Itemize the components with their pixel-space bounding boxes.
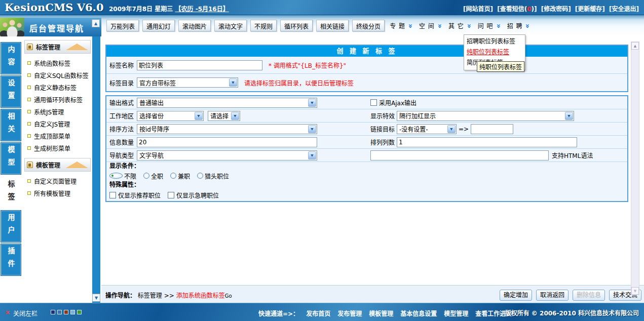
operation-bar: 操作导航： 标签管理 >> 添加系统函数标签Go 确定增加 取消返回 删除信息 … — [101, 285, 644, 303]
sidebar-item-custom-static-tags[interactable]: 自定义静态标签 — [24, 81, 91, 93]
form-row: 标签名称 * 调用格式"{LB_标签名称}" — [106, 57, 627, 74]
tab-space[interactable]: 空 间 — [418, 20, 443, 31]
nav-type-select[interactable]: 文字导航 — [137, 150, 317, 160]
tab-scroll-image[interactable]: 滚动图片 — [178, 20, 211, 31]
view-sms-link[interactable]: [查看短信(0)] — [497, 6, 537, 13]
vtab-related[interactable]: 相关 — [1, 109, 21, 141]
sidebar-item-custom-js-management[interactable]: 自定义JS管理 — [24, 117, 91, 130]
tab-scroll-text[interactable]: 滚动文字 — [214, 20, 247, 31]
cancel-return-button[interactable]: 取消返回 — [536, 290, 569, 301]
theme-square-rust[interactable] — [64, 310, 68, 314]
radio-option-fulltime[interactable]: 全职 — [143, 172, 163, 180]
sort-method-select[interactable]: 按id号降序 — [137, 124, 317, 134]
sidebar-splitter-strip[interactable] — [92, 36, 100, 303]
sidebar-vertical-tabs: 内容 设置 相关 模型 标签 用户 插件 — [0, 36, 22, 303]
theme-square-green[interactable] — [77, 310, 82, 314]
sidebar-scroll-down-button[interactable] — [92, 294, 100, 302]
radio-icon[interactable] — [143, 173, 149, 179]
main-scrollbar[interactable] — [631, 42, 639, 295]
radio-icon[interactable] — [197, 173, 203, 179]
lunar-date-link[interactable]: 【农历 -5月16日】 — [175, 6, 229, 13]
section-header-tag-management[interactable]: 标签管理 — [24, 40, 91, 54]
section-header-template-management[interactable]: 模板管理 — [24, 158, 91, 172]
nav-html-input[interactable] — [370, 150, 549, 160]
theme-square-navy[interactable] — [51, 310, 55, 314]
radio-selected-icon[interactable] — [109, 173, 123, 179]
vtab-settings[interactable]: 设置 — [1, 76, 21, 107]
sidebar-item-system-function-tags[interactable]: 系统函数标签 — [24, 57, 91, 69]
sidebar-item-system-js-management[interactable]: 系统JS管理 — [24, 105, 91, 117]
tab-irregular[interactable]: 不规则 — [250, 20, 277, 31]
confirm-add-button[interactable]: 确定增加 — [500, 290, 532, 301]
city-select[interactable]: 请选择 — [208, 111, 240, 121]
theme-square-blue[interactable] — [57, 310, 62, 314]
delete-info-button: 删除信息 — [573, 290, 605, 301]
columns-input[interactable] — [397, 137, 577, 147]
go-link[interactable]: Go — [225, 293, 232, 299]
output-format-select[interactable]: 普通输出 — [137, 98, 317, 108]
vtab-users[interactable]: 用户 — [1, 211, 21, 242]
quick-link-basic-info-settings[interactable]: 基本信息设置 — [400, 309, 437, 317]
tab-universal-list[interactable]: 万能列表 — [106, 20, 139, 31]
menu-item-recruit-position-list[interactable]: 招聘职位列表标签 — [467, 36, 522, 47]
scrollbar-up-button[interactable] — [631, 42, 639, 50]
change-password-link[interactable]: [修改密码] — [541, 6, 571, 13]
quick-link-model-management[interactable]: 模型管理 — [444, 309, 468, 317]
close-icon[interactable]: × — [5, 309, 10, 316]
tab-recruit[interactable]: 招 聘 — [506, 20, 532, 31]
ajax-output-checkbox[interactable] — [370, 99, 377, 106]
radio-option-headhunt[interactable]: 猎头职位 — [197, 172, 229, 180]
date-text: 2009年7月8日 星期三 — [109, 6, 173, 13]
bottom-bar: × 关闭左栏 快速通道=>： 发布首页 发布管理 模板管理 基本信息设置 模型管… — [0, 303, 644, 321]
sidebar-item-all-template-management[interactable]: 所有模板管理 — [24, 187, 91, 199]
refresh-cache-link[interactable]: [更新缓存] — [575, 6, 605, 13]
vtab-plugins[interactable]: 插件 — [1, 244, 21, 275]
radio-option-parttime[interactable]: 兼职 — [170, 172, 190, 180]
tab-loop-list[interactable]: 循环列表 — [280, 20, 313, 31]
tag-name-input[interactable] — [137, 60, 262, 70]
quick-link-template-management[interactable]: 模板管理 — [369, 309, 393, 317]
radio-option-unlimited[interactable]: 不限 — [109, 172, 136, 180]
province-select[interactable]: 选择省份 — [137, 111, 204, 121]
tab-other[interactable]: 其 它 — [447, 20, 473, 31]
checkbox-icon[interactable] — [168, 192, 174, 198]
sidebar-item-general-loop-list-tags[interactable]: 通用循环列表标签 — [24, 93, 91, 105]
effect-select[interactable]: 隔行加红显示 — [397, 111, 574, 121]
sidebar-item-custom-page-management[interactable]: 自定义页面管理 — [24, 175, 91, 187]
breadcrumb-tag-management[interactable]: 标签管理 — [138, 292, 162, 299]
quick-link-publish-home[interactable]: 发布首页 — [306, 309, 330, 317]
vtab-model[interactable]: 模型 — [1, 143, 21, 174]
checkbox-option-urgent-only[interactable]: 仅显示急聘职位 — [168, 191, 219, 199]
checkbox-icon[interactable] — [109, 192, 116, 198]
html-syntax-hint: 支持HTML语法 — [552, 151, 593, 159]
checkbox-option-recommended-only[interactable]: 仅显示推荐职位 — [109, 191, 161, 199]
form-row: 输出格式 普通输出 采用Ajax输出 — [106, 96, 627, 109]
tab-special-topic[interactable]: 专 题 — [388, 20, 414, 31]
vtab-tags-active[interactable]: 标签 — [1, 177, 21, 209]
close-left-panel-link[interactable]: 关闭左栏 — [13, 309, 37, 317]
site-home-link[interactable]: [网站首页] — [463, 6, 493, 13]
tab-related-links[interactable]: 相关链接 — [316, 20, 349, 31]
sidebar-item-custom-sql-function-tags[interactable]: 自定义SQL函数标签 — [24, 69, 91, 81]
link-target-select[interactable]: -没有设置- — [397, 124, 457, 134]
scrollbar-down-button[interactable] — [631, 287, 639, 295]
sidebar-item-generate-tree-menu[interactable]: 生成树形菜单 — [24, 142, 91, 154]
radio-icon[interactable] — [170, 173, 176, 179]
breadcrumb-current[interactable]: 添加系统函数标签 — [176, 292, 225, 299]
bullet-icon — [27, 86, 31, 89]
sidebar-scroll-up-button[interactable] — [92, 19, 100, 27]
tag-dir-select[interactable]: 官方自带标签 — [137, 77, 238, 88]
tab-general-slide[interactable]: 通用幻灯 — [142, 20, 175, 31]
tab-final-paging[interactable]: 终级分页 — [352, 20, 385, 31]
link-target-input[interactable] — [471, 124, 513, 134]
sidebar-item-generate-top-menu[interactable]: 生成顶部菜单 — [24, 130, 91, 142]
vtab-content[interactable]: 内容 — [1, 43, 21, 74]
tab-ask[interactable]: 问 吧 — [476, 20, 502, 31]
section-title: 标签管理 — [36, 43, 60, 51]
theme-color-squares — [51, 310, 82, 314]
menu-item-pure-position-list[interactable]: 纯职位列表标签 — [467, 47, 522, 58]
info-count-input[interactable] — [137, 137, 317, 147]
quick-link-publish-management[interactable]: 发布管理 — [337, 309, 362, 317]
theme-square-lightblue[interactable] — [70, 310, 75, 314]
logout-link[interactable]: [安全退出] — [609, 6, 639, 13]
